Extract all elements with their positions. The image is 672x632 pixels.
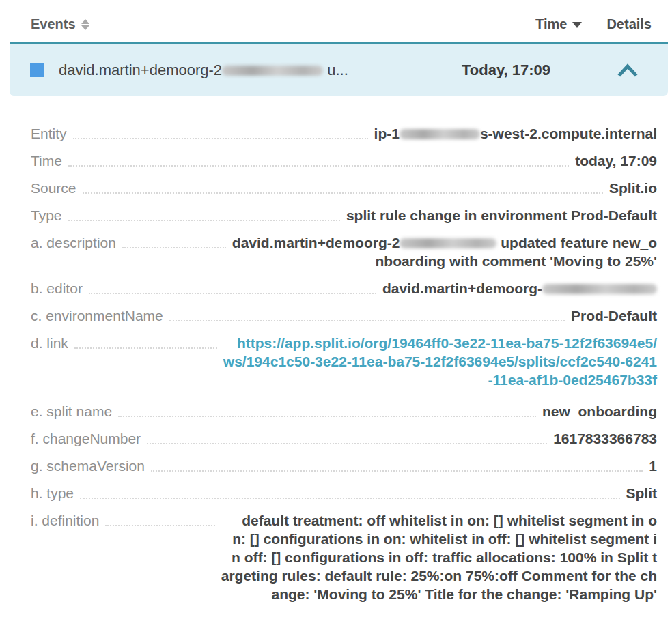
detail-label: i. definition [31,511,99,530]
detail-label: b. editor [31,279,83,298]
dotted-leader [73,124,368,139]
dotted-leader [74,334,217,349]
detail-row-entity: Entity ip-1s-west-2.compute.internal [31,124,657,143]
dotted-leader [169,306,565,321]
value-prefix: david.martin+demoorg-2 [232,235,400,250]
event-title-prefix: david.martin+demoorg-2 [59,61,222,78]
time-column-header[interactable]: Time [535,16,582,32]
detail-label: e. split name [31,402,112,420]
value-line: n: [] configurations in on: whitelist in… [221,530,657,548]
value-line: argeting rules: default rule: 25%:on 75%… [221,566,657,585]
detail-value: Split [626,484,658,502]
redacted-text [400,238,496,248]
detail-label: Source [31,179,76,197]
detail-value: Split.io [609,179,657,197]
details-column-header: Details [606,16,652,32]
redacted-text [542,284,657,294]
events-column-header[interactable]: Events [31,16,89,32]
dotted-leader [80,484,619,499]
value-line: https://app.split.io/org/19464ff0-3e22-1… [223,334,657,352]
redacted-text [222,66,323,76]
detail-row-change-number: f. changeNumber 1617833366783 [31,429,657,448]
time-column-label: Time [535,16,567,32]
redacted-text [400,129,480,139]
detail-row-split-name: e. split name new_onboarding [31,402,657,420]
detail-label: f. changeNumber [31,429,141,448]
event-title: david.martin+demoorg-2 u... [59,61,448,79]
detail-row-type-h: h. type Split [31,484,657,502]
detail-value: https://app.split.io/org/19464ff0-3e22-1… [223,334,657,389]
chevron-up-icon[interactable] [617,63,638,78]
value-line: ange: 'Moving to 25%' Title for the chan… [221,585,657,603]
event-time: Today, 17:09 [462,61,550,79]
dotted-leader [83,179,603,194]
detail-row-editor: b. editor david.martin+demoorg- [31,279,657,298]
detail-value: split rule change in environment Prod-De… [346,206,657,225]
detail-row-time: Time today, 17:09 [31,152,657,170]
value-line: ws/194c1c50-3e22-11ea-ba75-12f2f63694e5/… [223,352,657,371]
value-prefix: david.martin+demoorg- [382,281,542,296]
value-line: nboarding with comment 'Moving to 25%' [232,252,657,270]
detail-row-description: a. description david.martin+demoorg-2 up… [31,233,657,270]
detail-value: ip-1s-west-2.compute.internal [374,124,657,143]
detail-label: h. type [31,484,74,502]
detail-label: g. schemaVersion [31,457,145,475]
detail-value: today, 17:09 [575,152,657,170]
detail-value: Prod-Default [571,306,657,325]
event-title-suffix: u... [323,61,348,78]
sort-icon[interactable] [81,19,89,30]
detail-label: d. link [31,334,68,352]
detail-value: david.martin+demoorg- [382,279,657,298]
detail-label: Entity [31,124,67,143]
dotted-leader [68,206,340,221]
detail-row-schema-version: g. schemaVersion 1 [31,457,657,475]
dotted-leader [151,457,643,472]
detail-row-link: d. link https://app.split.io/org/19464ff… [31,334,657,389]
event-row-expanded[interactable]: david.martin+demoorg-2 u... Today, 17:09 [10,42,668,96]
value-line: n off: [] configurations in off: traffic… [221,548,657,566]
caret-down-icon [572,22,582,28]
detail-row-definition: i. definition default treatment: off whi… [31,511,657,603]
detail-label: a. description [31,233,116,252]
dotted-leader [89,279,376,294]
detail-row-type: Type split rule change in environment Pr… [31,206,657,225]
detail-label: c. environmentName [31,306,163,325]
detail-row-source: Source Split.io [31,179,657,197]
dotted-leader [105,511,214,526]
value-prefix: ip-1 [374,126,400,141]
split-link[interactable]: https://app.split.io/org/19464ff0-3e22-1… [223,334,657,389]
sort-up-arrow-icon [81,19,89,24]
sort-down-arrow-icon [81,25,89,30]
detail-label: Type [31,206,62,225]
dotted-leader [68,152,569,167]
value-suffix: updated feature new_o [496,235,657,250]
event-type-square-icon [30,63,44,77]
value-line: david.martin+demoorg-2 updated feature n… [232,233,657,252]
events-list-header: Events Time Details [0,0,672,42]
value-line: default treatment: off whitelist in on: … [221,511,657,530]
value-suffix: s-west-2.compute.internal [480,126,657,141]
detail-value: david.martin+demoorg-2 updated feature n… [232,233,657,270]
value-line: -11ea-af1b-0ed25467b33f [223,371,657,389]
event-details-panel: Entity ip-1s-west-2.compute.internal Tim… [0,96,672,603]
detail-label: Time [31,152,62,170]
dotted-leader [122,233,226,248]
detail-value: 1617833366783 [553,429,657,448]
detail-value: default treatment: off whitelist in on: … [221,511,657,603]
dotted-leader [147,429,547,444]
detail-value: 1 [649,457,657,475]
events-column-label: Events [31,16,76,32]
dotted-leader [118,402,536,417]
detail-row-environment-name: c. environmentName Prod-Default [31,306,657,325]
detail-value: new_onboarding [542,402,657,420]
